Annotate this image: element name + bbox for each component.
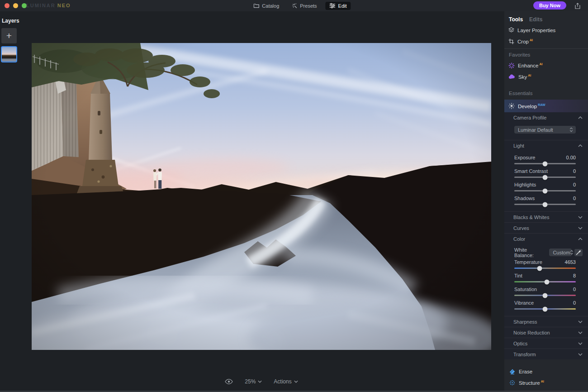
white-balance-select[interactable]: Custom [549,249,572,256]
chevron-down-icon [294,380,298,383]
exposure-track[interactable] [514,163,576,164]
cloud-icon [508,74,515,79]
layer-thumbnail[interactable] [1,46,17,62]
section-blacks-whites[interactable]: Blacks & Whites [504,211,588,222]
select-arrows-icon [570,250,574,255]
section-sharpness[interactable]: Sharpness [504,316,588,327]
app-logo: LUMINARNEO [26,3,71,8]
vibrance-track[interactable] [514,308,576,310]
enhance-sparkle-icon [508,62,515,69]
divider [504,48,588,49]
share-button[interactable] [574,2,582,10]
window-controls [5,3,27,8]
viewport-bar: 25% Actions [32,378,491,385]
tool-structure[interactable]: StructureAI [504,377,588,388]
eyedropper-icon [576,250,581,255]
saturation-track[interactable] [514,295,576,296]
tab-edits[interactable]: Edits [529,16,542,23]
tool-layer-properties[interactable]: Layer Properties [504,24,588,36]
slider-saturation: Saturation0 [514,286,576,296]
slider-tint: Tint8 [514,272,576,282]
essentials-header: Essentials [504,88,588,98]
folder-icon [253,3,259,8]
slider-highlights: Highlights0 [514,182,576,191]
section-light[interactable]: Light [504,140,588,151]
presets-wand-icon [292,3,297,9]
chevron-up-icon [578,238,583,240]
app-window: LUMINARNEO Catalog Presets [0,0,588,392]
tab-tools[interactable]: Tools [509,16,523,23]
shadows-thumb[interactable] [543,202,548,207]
chevron-down-icon [578,342,583,345]
smart-contrast-track[interactable] [514,177,576,178]
crop-icon [508,38,514,44]
ai-badge: AI [541,380,544,383]
panel-tabs: Tools Edits [509,16,588,23]
tab-edit[interactable]: Edit [326,2,351,10]
top-bar: LUMINARNEO Catalog Presets [0,0,588,11]
tool-sky[interactable]: SkyAI [504,71,588,82]
tool-crop[interactable]: CropAI [504,36,588,47]
chevron-down-icon [578,331,583,334]
slider-vibrance: Vibrance0 [514,300,576,310]
camera-profile-select[interactable]: Luminar Default [514,126,576,134]
chevron-up-icon [578,144,583,147]
chevron-down-icon [578,320,583,323]
section-optics[interactable]: Optics [504,338,588,349]
exposure-thumb[interactable] [543,161,548,166]
tool-erase[interactable]: Erase [504,366,588,377]
temperature-track[interactable] [514,268,576,269]
buy-now-button[interactable]: Buy Now [533,1,566,10]
edit-sliders-icon [330,3,336,8]
tab-presets[interactable]: Presets [288,2,321,10]
minimize-button[interactable] [13,3,18,8]
right-panel: Tools Edits Layer Properties CropAI Favo… [504,11,588,392]
highlights-thumb[interactable] [543,188,548,193]
select-arrows-icon [569,127,573,132]
highlights-track[interactable] [514,190,576,191]
vignette [32,43,491,350]
section-color[interactable]: Color [504,233,588,244]
actions-menu[interactable]: Actions [274,378,298,385]
slider-shadows: Shadows0 [514,195,576,205]
vibrance-thumb[interactable] [543,306,548,311]
smart-contrast-thumb[interactable] [543,175,548,180]
tab-catalog[interactable]: Catalog [249,2,283,10]
slider-smart-contrast: Smart Contrast0 [514,168,576,178]
ai-badge: AI [528,74,531,77]
share-icon [575,3,580,9]
shadows-track[interactable] [514,204,576,205]
tint-thumb[interactable] [545,279,550,284]
tool-enhance[interactable]: EnhanceAI [504,60,588,71]
section-camera-profile[interactable]: Camera Profile [504,112,588,123]
raw-badge: RAW [538,103,545,106]
layers-icon [508,27,514,33]
ai-badge: AI [539,62,542,66]
section-transform[interactable]: Transform [504,349,588,359]
saturation-thumb[interactable] [543,293,548,298]
chevron-down-icon [258,380,262,383]
eye-icon [225,379,233,384]
photo-canvas[interactable] [32,43,491,350]
chevron-down-icon [578,353,583,356]
develop-header[interactable]: DevelopRAW [504,100,588,112]
preview-toggle[interactable] [225,379,233,384]
white-balance-row: White Balance: Custom [514,249,583,256]
temperature-thumb[interactable] [537,266,542,271]
tint-track[interactable] [514,281,576,282]
sun-icon [508,103,515,109]
close-button[interactable] [5,3,9,8]
chevron-up-icon [578,116,583,119]
add-layer-button[interactable]: + [1,28,17,43]
section-noise-reduction[interactable]: Noise Reduction [504,327,588,338]
favorites-header: Favorites [504,50,588,60]
chevron-down-icon [578,216,583,219]
ai-badge: AI [530,38,533,42]
slider-exposure: Exposure0.00 [514,154,576,164]
chevron-down-icon [578,227,583,229]
slider-temperature: Temperature4653 [514,259,576,269]
section-curves[interactable]: Curves [504,222,588,233]
zoom-control[interactable]: 25% [245,378,262,385]
white-balance-eyedropper-button[interactable] [574,249,583,256]
layers-title: Layers [2,18,28,24]
